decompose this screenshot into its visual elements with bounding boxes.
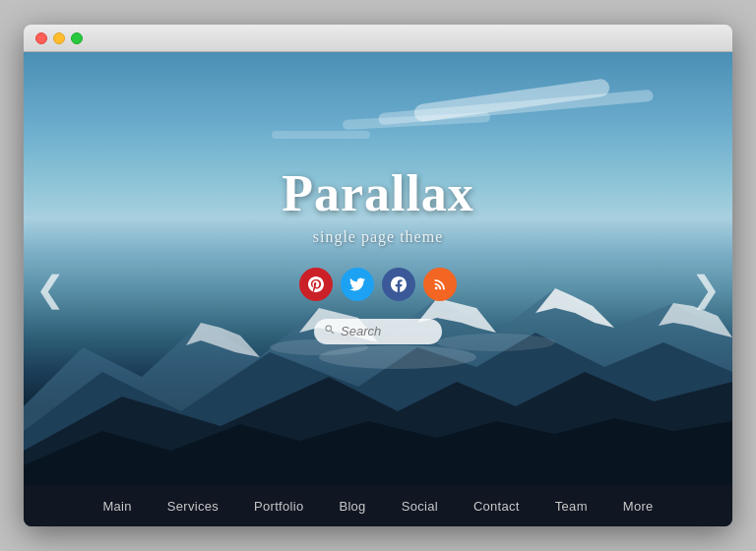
social-icons-group [299, 268, 457, 301]
search-input[interactable] [341, 324, 429, 338]
nav-item-more[interactable]: More [605, 499, 671, 514]
pinterest-icon[interactable] [299, 268, 333, 301]
search-icon [324, 324, 336, 339]
nav-item-services[interactable]: Services [150, 499, 236, 514]
nav-item-contact[interactable]: Contact [456, 499, 537, 514]
facebook-icon[interactable] [382, 268, 415, 301]
hero-title: Parallax [282, 164, 474, 222]
browser-chrome [24, 25, 732, 52]
nav-item-social[interactable]: Social [384, 499, 456, 514]
hero-content: Parallax single page theme [24, 52, 732, 485]
nav-item-blog[interactable]: Blog [321, 499, 383, 514]
fullscreen-button[interactable] [71, 32, 83, 44]
nav-item-portfolio[interactable]: Portfolio [236, 499, 321, 514]
nav-bar: Main Services Portfolio Blog Social Cont… [24, 485, 732, 526]
nav-item-main[interactable]: Main [85, 499, 149, 514]
search-box[interactable] [314, 319, 442, 344]
prev-arrow[interactable]: ❮ [35, 269, 65, 310]
traffic-lights [35, 32, 83, 44]
twitter-icon[interactable] [341, 268, 374, 301]
rss-icon[interactable] [423, 268, 457, 301]
next-arrow[interactable]: ❯ [691, 269, 721, 310]
minimize-button[interactable] [53, 32, 65, 44]
browser-content: ❮ ❯ Parallax single page theme [24, 52, 732, 526]
browser-window: ❮ ❯ Parallax single page theme [24, 25, 732, 526]
close-button[interactable] [35, 32, 47, 44]
nav-item-team[interactable]: Team [537, 499, 605, 514]
hero-subtitle: single page theme [313, 228, 444, 246]
